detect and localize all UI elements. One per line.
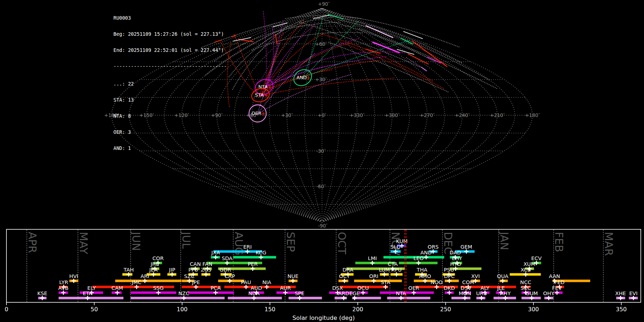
shower-peak-marker-URS xyxy=(479,296,484,300)
shower-label-DRA: DRA xyxy=(342,267,353,273)
shower-peak-marker-NIA xyxy=(265,285,269,289)
x-tick-label-200: 200 xyxy=(352,306,364,313)
shower-bar-PCA xyxy=(188,292,234,294)
shower-peak-marker-SZC xyxy=(187,279,191,283)
shower-label-AVB: AVB xyxy=(58,285,69,291)
shower-bar-SSG xyxy=(131,292,176,294)
shower-peak-marker-JXA xyxy=(214,255,218,259)
month-label-MAY: MAY xyxy=(77,232,90,254)
shower-label-KCG: KCG xyxy=(255,250,266,255)
shower-label-OHY: OHY xyxy=(543,291,554,296)
shower-label-THA: THA xyxy=(416,267,428,273)
shower-label-MON: MON xyxy=(459,291,471,296)
shower-bar-KCG xyxy=(233,256,276,259)
month-label-SEP: SEP xyxy=(284,232,297,252)
shower-label-OER: OER xyxy=(408,285,419,291)
shower-peak-marker-NUE xyxy=(291,279,295,283)
shower-label-FAN: FAN xyxy=(203,261,213,267)
shower-peak-marker-CAM xyxy=(115,291,119,295)
shower-label-XHE: XHE xyxy=(615,291,626,296)
shower-label-RPU: RPU xyxy=(391,267,401,273)
shower-peak-marker-STA xyxy=(384,285,388,289)
shower-peak-marker-PER xyxy=(250,267,255,271)
shower-label-KSE: KSE xyxy=(37,291,47,296)
shower-label-JRC: JRC xyxy=(150,261,159,267)
shower-label-GEM: GEM xyxy=(460,244,472,250)
x-tick-label-300: 300 xyxy=(528,306,539,313)
shower-peak-marker-ZCS xyxy=(204,272,208,277)
shower-label-CTA: CTA xyxy=(388,261,398,267)
shower-peak-marker-OCU xyxy=(361,291,365,295)
shower-peak-marker-JPE xyxy=(194,285,198,289)
shower-label-AAN: AAN xyxy=(549,273,560,279)
shower-bar-DPC xyxy=(445,280,459,282)
shower-peak-marker-AUR xyxy=(283,291,288,295)
shower-peak-marker-KSE xyxy=(40,296,44,300)
shower-bar-ETA xyxy=(59,297,123,299)
shower-label-NIA: NIA xyxy=(262,279,271,285)
shower-label-AHY: AHY xyxy=(500,291,511,296)
shower-label-CAM: CAM xyxy=(112,285,123,291)
month-label-MAR: MAR xyxy=(602,232,615,256)
shower-peak-marker-AND xyxy=(424,255,428,259)
shower-label-LEO: LEO xyxy=(414,255,424,261)
shower-label-GUM: GUM xyxy=(526,291,538,296)
shower-label-SSG: SSG xyxy=(153,285,164,291)
shower-peak-marker-GUM xyxy=(530,296,534,300)
shower-label-GDR: GDR xyxy=(220,267,231,273)
shower-bar-NTA xyxy=(387,297,430,299)
shower-label-SDA: SDA xyxy=(222,255,233,261)
shower-peak-marker-JEA xyxy=(151,272,156,277)
shower-label-LMI: LMI xyxy=(368,255,377,261)
shower-peak-marker-PAU xyxy=(244,285,248,289)
month-label-JUN: JUN xyxy=(130,231,142,251)
shower-peak-marker-HVI xyxy=(72,279,76,283)
shower-label-ZCS: ZCS xyxy=(201,267,211,273)
x-tick-label-0: 0 xyxy=(5,306,8,313)
month-label-OCT: OCT xyxy=(336,232,348,255)
shower-label-JPE: JPE xyxy=(192,279,200,285)
shower-label-JXA: JXA xyxy=(211,250,220,255)
shower-peak-marker-GEM xyxy=(464,249,468,254)
shower-peak-marker-LUM xyxy=(382,272,386,277)
shower-peak-marker-OER xyxy=(412,291,416,295)
shower-label-ARD: ARD xyxy=(338,291,349,296)
month-label-APR: APR xyxy=(26,232,39,253)
shower-label-LUM: LUM xyxy=(379,267,390,273)
shower-peak-marker-AHY xyxy=(503,296,507,300)
shower-label-FED: FED xyxy=(554,279,565,285)
shower-peak-marker-ARD xyxy=(342,296,346,300)
shower-label-ELY: ELY xyxy=(87,285,96,291)
shower-label-PPS: PPS xyxy=(189,267,198,273)
shower-peak-marker-KCG xyxy=(259,255,263,259)
shower-peak-marker-AMO xyxy=(423,279,427,283)
shower-label-DSX: DSX xyxy=(332,285,343,291)
shower-label-TAH: TAH xyxy=(123,267,134,273)
shower-label-DAD: DAD xyxy=(450,250,461,255)
month-label-FEB: FEB xyxy=(553,232,565,252)
shower-peak-marker-SDA xyxy=(225,261,229,265)
shower-label-DSV: DSV xyxy=(460,285,471,291)
shower-label-NDA: NDA xyxy=(248,291,260,296)
shower-bar-MON xyxy=(452,297,470,299)
shower-bar-SPE xyxy=(289,297,322,299)
x-tick-label-100: 100 xyxy=(177,306,188,313)
shower-label-JEA: JEA xyxy=(149,267,157,273)
shower-label-ETA: ETA xyxy=(83,291,92,296)
shower-label-AMO: AMO xyxy=(419,273,431,279)
shower-peak-marker-NDA xyxy=(252,296,256,300)
shower-peak-marker-LEO xyxy=(416,261,421,265)
shower-label-XVI: XVI xyxy=(471,273,480,279)
shower-label-ARI: ARI xyxy=(141,273,149,279)
shower-peak-marker-MON xyxy=(463,296,467,300)
shower-label-NUE: NUE xyxy=(288,273,299,279)
shower-peak-marker-NOO xyxy=(434,285,439,289)
meteor-report-screen: +90°-90°+180°+150°+120°+90°+60°+30°+0°+3… xyxy=(0,0,644,322)
shower-bar-ERI xyxy=(214,250,262,253)
shower-label-DPC: DPC xyxy=(444,273,455,279)
shower-peak-marker-DPC xyxy=(447,279,452,283)
shower-peak-marker-OHY xyxy=(547,296,551,300)
shower-label-PCA: PCA xyxy=(210,285,221,291)
shower-peak-marker-SPE xyxy=(297,296,302,300)
shower-label-QUA: QUA xyxy=(497,273,508,279)
